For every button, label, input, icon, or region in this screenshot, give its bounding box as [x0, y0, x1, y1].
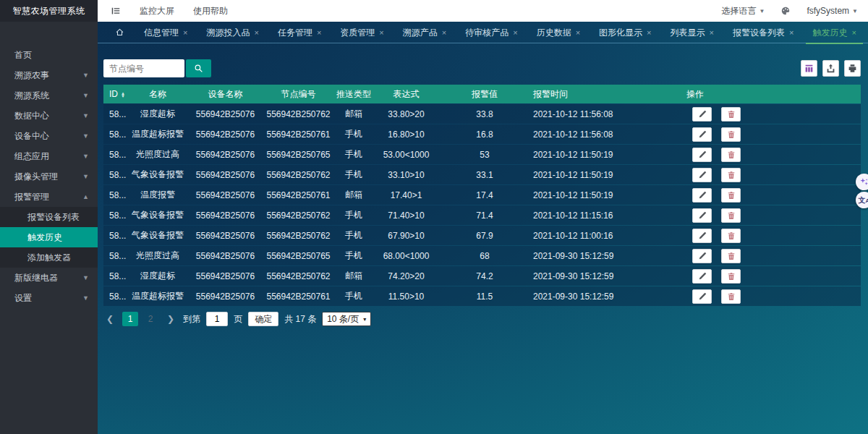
cell-id: 58...	[103, 150, 129, 160]
tab-item[interactable]: 任务管理×	[268, 22, 331, 43]
sidebar-item[interactable]: 添加触发器	[0, 247, 98, 268]
tab-item[interactable]: 溯源投入品×	[197, 22, 268, 43]
tab-item[interactable]: 溯源产品×	[393, 22, 456, 43]
cell-value: 11.5	[438, 292, 532, 302]
delete-button[interactable]	[721, 208, 741, 223]
search-button[interactable]	[186, 59, 211, 77]
tab-item[interactable]: 报警设备列表×	[723, 22, 803, 43]
sidebar-item[interactable]: 报警管理▲	[0, 187, 98, 207]
close-icon[interactable]: ×	[576, 22, 580, 43]
sidebar-item[interactable]: 溯源农事▼	[0, 65, 98, 85]
tab-item[interactable]: 待审核产品×	[456, 22, 527, 43]
close-icon[interactable]: ×	[513, 22, 517, 43]
tab-label: 触发历史	[812, 22, 847, 43]
sidebar-item[interactable]: 数据中心▼	[0, 106, 98, 126]
per-page-select[interactable]: 10 条/页 ▾	[322, 312, 371, 326]
chevron-down-icon: ▼	[82, 146, 89, 166]
delete-button[interactable]	[721, 249, 741, 263]
delete-icon	[727, 150, 736, 159]
tabs-holder: 信息管理×溯源投入品×任务管理×资质管理×溯源产品×待审核产品×历史数据×图形化…	[135, 22, 866, 43]
filter-columns-button[interactable]	[801, 60, 817, 77]
fold-menu-icon[interactable]	[111, 6, 121, 16]
tab-item[interactable]: 历史数据×	[527, 22, 590, 43]
cell-value: 67.9	[438, 231, 532, 241]
chevron-up-icon: ▲	[82, 187, 89, 207]
tab-item[interactable]: 资质管理×	[331, 22, 393, 43]
print-button[interactable]	[844, 60, 861, 77]
tab-item[interactable]: 列表显示×	[661, 22, 723, 43]
cell-device: 556942B25076	[187, 150, 264, 160]
delete-button[interactable]	[721, 127, 741, 142]
next-page-button[interactable]: ❯	[164, 314, 177, 324]
close-icon[interactable]: ×	[254, 22, 258, 43]
cell-push: 手机	[333, 128, 375, 140]
close-icon[interactable]: ×	[789, 22, 793, 43]
edit-button[interactable]	[692, 208, 712, 223]
page-button[interactable]: 2	[142, 312, 158, 326]
column-header[interactable]: ID▲▼	[103, 89, 129, 99]
sidebar-item[interactable]: 溯源系统▼	[0, 85, 98, 106]
edit-button[interactable]	[692, 127, 712, 142]
close-icon[interactable]: ×	[442, 22, 446, 43]
edit-button[interactable]	[692, 168, 712, 182]
monitor-screen-link[interactable]: 监控大屏	[140, 5, 174, 17]
page-button[interactable]: 1	[122, 312, 138, 326]
ai-assistant-button[interactable]	[856, 174, 868, 190]
delete-button[interactable]	[721, 289, 741, 304]
edit-button[interactable]	[692, 249, 712, 263]
prev-page-button[interactable]: ❮	[103, 314, 116, 324]
help-link[interactable]: 使用帮助	[193, 5, 228, 17]
edit-button[interactable]	[692, 107, 712, 122]
sidebar-item[interactable]: 新版继电器▼	[0, 268, 98, 288]
delete-button[interactable]	[721, 229, 741, 243]
close-icon[interactable]: ×	[317, 22, 321, 43]
table-row: 58...温度超标报警556942B25076556942B250761手机11…	[103, 286, 861, 306]
sidebar-item[interactable]: 触发历史	[0, 227, 98, 247]
delete-button[interactable]	[721, 168, 741, 182]
close-icon[interactable]: ×	[647, 22, 651, 43]
sidebar-item[interactable]: 报警设备列表	[0, 207, 98, 227]
delete-icon	[727, 110, 736, 119]
table-toolbar	[801, 60, 861, 77]
tab-label: 报警设备列表	[733, 22, 785, 43]
sidebar-item[interactable]: 设备中心▼	[0, 126, 98, 146]
confirm-button[interactable]: 确定	[248, 312, 278, 326]
sidebar-item[interactable]: 组态应用▼	[0, 146, 98, 166]
edit-button[interactable]	[692, 289, 712, 304]
export-icon	[826, 64, 835, 73]
tab-item[interactable]: 信息管理×	[135, 22, 197, 43]
sidebar-item[interactable]: 设置▼	[0, 288, 98, 308]
edit-icon	[698, 231, 707, 240]
translate-button[interactable]: 文A	[856, 192, 868, 208]
delete-button[interactable]	[721, 148, 741, 162]
cell-node: 556942B250765	[264, 150, 333, 160]
tab-item[interactable]: 图形化显示×	[590, 22, 660, 43]
edit-button[interactable]	[692, 148, 712, 162]
theme-icon[interactable]	[780, 6, 791, 16]
edit-button[interactable]	[692, 229, 712, 243]
delete-button[interactable]	[721, 107, 741, 122]
cell-id: 58...	[103, 271, 129, 281]
tab-label: 资质管理	[340, 22, 375, 43]
close-icon[interactable]: ×	[851, 22, 856, 43]
language-select[interactable]: 选择语言 ▼	[721, 5, 765, 17]
edit-button[interactable]	[692, 269, 712, 284]
sidebar-item[interactable]: 首页	[0, 45, 98, 65]
delete-button[interactable]	[721, 188, 741, 203]
export-button[interactable]	[822, 60, 839, 77]
close-icon[interactable]: ×	[379, 22, 383, 43]
tab-home[interactable]	[105, 22, 135, 43]
tab-active[interactable]: 触发历史×	[803, 22, 865, 43]
goto-page-input[interactable]	[206, 312, 228, 326]
delete-button[interactable]	[721, 269, 741, 284]
edit-icon	[698, 292, 707, 301]
search-input[interactable]	[103, 59, 184, 77]
close-icon[interactable]: ×	[183, 22, 187, 43]
edit-button[interactable]	[692, 188, 712, 203]
close-icon[interactable]: ×	[710, 22, 714, 43]
filter-columns-icon	[804, 64, 814, 73]
user-menu[interactable]: fsfySystem ▼	[807, 6, 858, 16]
sort-icon[interactable]: ▲▼	[121, 92, 125, 98]
sidebar-item[interactable]: 摄像头管理▼	[0, 166, 98, 187]
cell-id: 58...	[103, 231, 129, 241]
